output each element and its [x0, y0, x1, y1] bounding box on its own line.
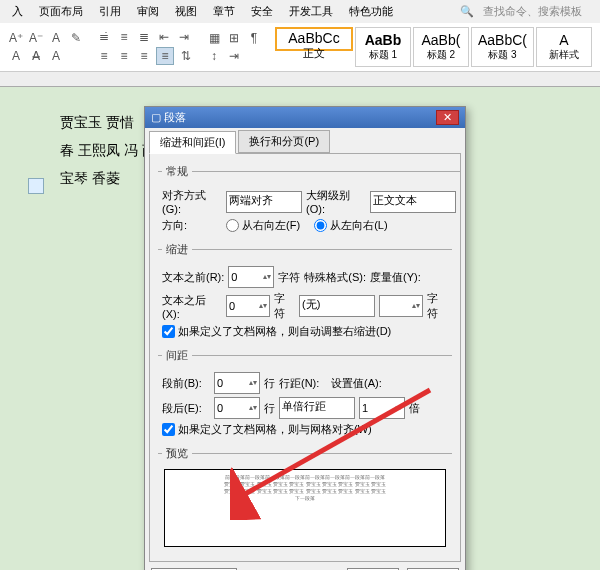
font-decrease-icon[interactable]: A⁻ — [28, 30, 44, 46]
align-center-icon[interactable]: ≡ — [116, 48, 132, 64]
tab-page-layout[interactable]: 页面布局 — [33, 2, 89, 21]
tab-security[interactable]: 安全 — [245, 2, 279, 21]
tab-icon[interactable]: ⇥ — [226, 48, 242, 64]
unit-char: 字符 — [427, 291, 448, 321]
font-increase-icon[interactable]: A⁺ — [8, 30, 24, 46]
numbering-icon[interactable]: ≡ — [116, 29, 132, 45]
group-indent: 缩进 — [162, 242, 192, 257]
tab-references[interactable]: 引用 — [93, 2, 127, 21]
measure-spin[interactable] — [379, 295, 423, 317]
font-color-icon[interactable]: A — [48, 30, 64, 46]
label-space-before: 段前(B): — [162, 376, 210, 391]
radio-rtl[interactable]: 从右向左(F) — [226, 218, 300, 233]
indent-dec-icon[interactable]: ⇤ — [156, 29, 172, 45]
label-line-spacing: 行距(N): — [279, 376, 327, 391]
tab-insert[interactable]: 入 — [6, 2, 29, 21]
app-icon: ▢ — [151, 111, 161, 124]
search-box[interactable]: 🔍 查找命令、搜索模板 — [454, 2, 594, 21]
char-border-icon[interactable]: A — [48, 48, 64, 64]
unit-char: 字符 — [274, 291, 295, 321]
label-space-after: 段后(E): — [162, 401, 210, 416]
special-select[interactable]: (无) — [299, 295, 375, 317]
space-before-spin[interactable]: 0 — [214, 372, 260, 394]
space-after-spin[interactable]: 0 — [214, 397, 260, 419]
unit-line: 行 — [264, 401, 275, 416]
tab-line-page-breaks[interactable]: 换行和分页(P) — [238, 130, 330, 153]
indent-after-spin[interactable]: 0 — [226, 295, 270, 317]
sort-icon[interactable]: ↕ — [206, 48, 222, 64]
bullets-icon[interactable]: ≡̇ — [96, 29, 112, 45]
dialog-title: 段落 — [164, 110, 186, 125]
unit-bei: 倍 — [409, 401, 420, 416]
label-alignment: 对齐方式(G): — [162, 188, 222, 215]
align-right-icon[interactable]: ≡ — [136, 48, 152, 64]
group-preview: 预览 — [162, 446, 192, 461]
group-general: 常规 — [162, 164, 192, 179]
label-measure: 度量值(Y): — [370, 270, 421, 285]
tab-dev[interactable]: 开发工具 — [283, 2, 339, 21]
style-h1[interactable]: AaBb标题 1 — [355, 27, 411, 67]
preview-box: 前一段落前一段落前一段落前一段落前一段落前一段落前一段落前一段落贾宝玉 贾宝玉 … — [164, 469, 446, 547]
highlight-icon[interactable]: ✎ — [68, 30, 84, 46]
tab-indent-spacing[interactable]: 缩进和间距(I) — [149, 131, 236, 154]
unit-char: 字符 — [278, 270, 300, 285]
label-direction: 方向: — [162, 218, 222, 233]
tab-sections[interactable]: 章节 — [207, 2, 241, 21]
label-set-value: 设置值(A): — [331, 376, 382, 391]
check-auto-adjust-indent[interactable]: 如果定义了文档网格，则自动调整右缩进(D) — [162, 324, 391, 339]
outline-select[interactable]: 正文文本 — [370, 191, 456, 213]
indent-inc-icon[interactable]: ⇥ — [176, 29, 192, 45]
tab-review[interactable]: 审阅 — [131, 2, 165, 21]
clear-format-icon[interactable]: A̶ — [28, 48, 44, 64]
border-icon[interactable]: ⊞ — [226, 30, 242, 46]
check-snap-grid[interactable]: 如果定义了文档网格，则与网格对齐(W) — [162, 422, 372, 437]
line-spacing-icon[interactable]: ⇅ — [178, 48, 194, 64]
label-indent-before: 文本之前(R): — [162, 270, 224, 285]
close-icon[interactable]: ✕ — [436, 110, 459, 125]
ruler[interactable] — [0, 72, 600, 87]
multilevel-icon[interactable]: ≣ — [136, 29, 152, 45]
dialog-titlebar[interactable]: ▢ 段落 ✕ — [145, 107, 465, 128]
toolbar: A⁺ A⁻ A ✎ A A̶ A ≡̇ ≡ ≣ ⇤ ⇥ ≡ ≡ ≡ ≡ ⇅ ▦ … — [0, 23, 600, 71]
label-special: 特殊格式(S): — [304, 270, 366, 285]
style-h2[interactable]: AaBb(标题 2 — [413, 27, 469, 67]
tab-features[interactable]: 特色功能 — [343, 2, 399, 21]
style-new[interactable]: A新样式 — [536, 27, 592, 67]
label-outline: 大纲级别(O): — [306, 188, 366, 215]
style-h3[interactable]: AaBbC(标题 3 — [471, 27, 534, 67]
align-justify-icon[interactable]: ≡ — [156, 47, 174, 65]
unit-line: 行 — [264, 376, 275, 391]
set-value-spin[interactable]: 1 — [359, 397, 405, 419]
indent-before-spin[interactable]: 0 — [228, 266, 274, 288]
ribbon-tabs: 入 页面布局 引用 审阅 视图 章节 安全 开发工具 特色功能 🔍 查找命令、搜… — [0, 0, 600, 23]
line-spacing-select[interactable]: 单倍行距 — [279, 397, 355, 419]
tab-view[interactable]: 视图 — [169, 2, 203, 21]
paragraph-dialog: ▢ 段落 ✕ 缩进和间距(I) 换行和分页(P) 常规 对齐方式(G): 两端对… — [144, 106, 466, 570]
marks-icon[interactable]: ¶ — [246, 30, 262, 46]
group-spacing: 间距 — [162, 348, 192, 363]
radio-ltr[interactable]: 从左向右(L) — [314, 218, 387, 233]
page-icon[interactable] — [28, 178, 44, 194]
style-normal[interactable]: AaBbCc正文 — [275, 27, 353, 51]
align-left-icon[interactable]: ≡ — [96, 48, 112, 64]
change-case-icon[interactable]: A — [8, 48, 24, 64]
alignment-select[interactable]: 两端对齐 — [226, 191, 302, 213]
label-indent-after: 文本之后(X): — [162, 293, 222, 320]
shading-icon[interactable]: ▦ — [206, 30, 222, 46]
